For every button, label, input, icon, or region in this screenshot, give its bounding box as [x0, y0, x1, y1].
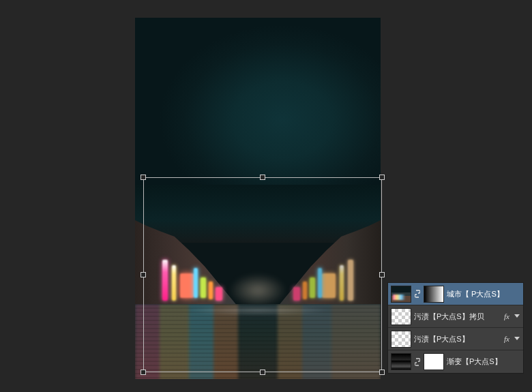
canvas-area[interactable]: [135, 18, 381, 379]
layer-row-gradient[interactable]: 渐变【P大点S】: [388, 350, 523, 373]
layer-effects-badge[interactable]: fx: [503, 335, 511, 343]
layer-row-stain-copy[interactable]: 污渍【P大点S】拷贝 fx: [388, 305, 523, 328]
chevron-down-icon[interactable]: [514, 335, 520, 342]
layer-thumbnail[interactable]: [391, 331, 411, 348]
city-layer: [135, 185, 381, 379]
layer-name[interactable]: 城市【 P大点S】: [447, 289, 520, 299]
layer-mask-thumbnail[interactable]: [424, 353, 444, 370]
link-icon[interactable]: [414, 357, 421, 367]
layer-name[interactable]: 污渍【P大点S】拷贝: [414, 312, 500, 322]
layer-name[interactable]: 渐变【P大点S】: [447, 357, 520, 367]
river-reflection: [135, 304, 381, 379]
layer-thumbnail[interactable]: [391, 286, 411, 303]
layer-thumbnail[interactable]: [391, 353, 411, 370]
document: [135, 18, 381, 379]
chevron-down-icon[interactable]: [514, 313, 520, 320]
layer-thumbnail[interactable]: [391, 308, 411, 325]
layer-row-stain[interactable]: 污渍【P大点S】 fx: [388, 328, 523, 350]
layer-effects-badge[interactable]: fx: [503, 312, 511, 320]
layer-mask-thumbnail[interactable]: [424, 286, 444, 303]
sky-region: [135, 18, 381, 188]
layers-panel[interactable]: 城市【 P大点S】 污渍【P大点S】拷贝 fx 污渍【P大点S】 fx 渐变【P…: [387, 282, 524, 374]
link-icon[interactable]: [414, 289, 421, 299]
city-sky: [135, 185, 381, 243]
layer-row-city[interactable]: 城市【 P大点S】: [388, 283, 523, 305]
layer-name[interactable]: 污渍【P大点S】: [414, 334, 500, 344]
